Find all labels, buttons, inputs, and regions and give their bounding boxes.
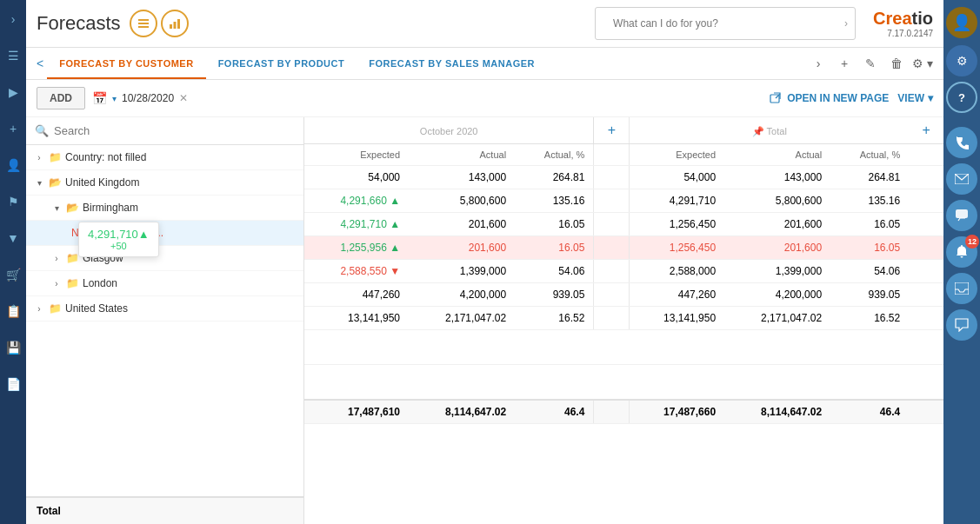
tab-settings-button[interactable]: ⚙ ▾ bbox=[912, 53, 933, 74]
list-item[interactable]: Nova Pharmaceut... bbox=[26, 221, 303, 246]
total-row: 17,487,610 8,114,647.02 46.4 17,487,660 … bbox=[304, 400, 943, 424]
list-item[interactable]: › 📁 United States bbox=[26, 296, 303, 322]
oct-actual-pct-cell: 264.81 bbox=[515, 166, 594, 189]
tooltip: 4,291,710▲ +50 bbox=[78, 222, 159, 257]
list-item[interactable]: › 📁 Glasgow bbox=[26, 246, 303, 271]
oct-actual-pct-cell: 16.05 bbox=[515, 236, 594, 260]
tab-prev-button[interactable]: < bbox=[37, 56, 43, 70]
logo: Creatio 7.17.0.2147 bbox=[873, 9, 933, 38]
date-clear-button[interactable]: ✕ bbox=[179, 92, 188, 104]
table-row[interactable]: 447,260 4,200,000 939.05 447,260 4,200,0… bbox=[304, 283, 943, 307]
global-search-input[interactable] bbox=[603, 12, 844, 35]
header: Forecasts › bbox=[26, 0, 943, 48]
nav-clipboard-icon[interactable]: 📋 bbox=[3, 301, 23, 322]
expand-icon[interactable]: › bbox=[33, 151, 45, 163]
message-button[interactable] bbox=[946, 309, 977, 341]
date-arrow-icon: ▾ bbox=[112, 94, 117, 103]
nav-filter-icon[interactable]: ▼ bbox=[3, 228, 23, 249]
total-actual-cell: 5,800,600 bbox=[724, 189, 830, 213]
tab-edit-button[interactable]: ✎ bbox=[860, 53, 881, 74]
total-expected-cell: 13,141,950 bbox=[630, 307, 724, 330]
tab-delete-button[interactable]: 🗑 bbox=[886, 53, 907, 74]
global-search[interactable]: › bbox=[595, 7, 856, 40]
gear-button[interactable]: ⚙ bbox=[946, 45, 977, 76]
october-header: October 2020 bbox=[304, 117, 594, 144]
inbox-button[interactable] bbox=[946, 273, 977, 304]
total-label: Total bbox=[26, 496, 303, 524]
list-item[interactable]: › 📁 Country: not filled bbox=[26, 145, 303, 170]
total-expected-cell: 2,588,000 bbox=[630, 260, 724, 283]
nav-collapse-icon[interactable]: › bbox=[3, 9, 23, 30]
list-view-button[interactable] bbox=[130, 10, 157, 37]
nav-add-icon[interactable]: + bbox=[3, 118, 23, 139]
expand-icon[interactable]: › bbox=[50, 277, 63, 289]
total-actual-pct-cell: 135.16 bbox=[830, 189, 909, 213]
oct-expected-cell: 447,260 bbox=[304, 283, 409, 307]
oct-expected-cell: 4,291,660 ▲ bbox=[304, 189, 409, 213]
email-button[interactable] bbox=[946, 163, 977, 195]
oct-expected-header: Expected bbox=[304, 144, 409, 166]
nav-flag-icon[interactable]: ⚑ bbox=[3, 191, 23, 212]
phone-button[interactable] bbox=[946, 127, 977, 158]
main-content: Forecasts › bbox=[26, 0, 943, 524]
user-avatar[interactable]: 👤 bbox=[946, 7, 977, 38]
add-button[interactable]: ADD bbox=[37, 87, 85, 109]
tab-forecast-by-customer[interactable]: FORECAST BY CUSTOMER bbox=[47, 48, 205, 79]
nav-document-icon[interactable]: 📄 bbox=[3, 374, 23, 395]
nav-user-icon[interactable]: 👤 bbox=[3, 155, 23, 176]
help-button[interactable]: ? bbox=[946, 82, 977, 113]
open-new-page-button[interactable]: OPEN IN NEW PAGE bbox=[770, 92, 889, 104]
total-expected-cell: 1,256,450 bbox=[630, 213, 724, 236]
oct-expected-cell: 2,588,550 ▼ bbox=[304, 260, 409, 283]
table-row[interactable]: 4,291,710 ▲ 201,600 16.05 1,256,450 201,… bbox=[304, 213, 943, 236]
oct-actual-cell: 201,600 bbox=[409, 213, 515, 236]
expand-icon[interactable]: › bbox=[50, 252, 63, 264]
expand-icon[interactable]: ▾ bbox=[33, 176, 45, 189]
header-view-icons bbox=[130, 10, 189, 37]
total-expected-header: Expected bbox=[630, 144, 724, 166]
total-actual-cell: 201,600 bbox=[724, 236, 830, 260]
content-area: 🔍 › 📁 Country: not filled ▾ 📂 United Kin… bbox=[26, 117, 943, 524]
nav-database-icon[interactable]: 💾 bbox=[3, 337, 23, 358]
table-row[interactable]: 4,291,660 ▲ 5,800,600 135.16 4,291,710 5… bbox=[304, 189, 943, 213]
chat-button[interactable] bbox=[946, 200, 977, 231]
row-label: United Kingdom bbox=[65, 176, 297, 189]
oct-actual-cell: 143,000 bbox=[409, 166, 515, 189]
tab-forecast-by-sales-manager[interactable]: FORECAST BY SALES MANAGER bbox=[357, 48, 547, 79]
table-row[interactable]: 54,000 143,000 264.81 54,000 143,000 264… bbox=[304, 166, 943, 189]
tab-next-button[interactable]: › bbox=[808, 53, 829, 74]
nav-menu-icon[interactable]: ☰ bbox=[3, 45, 23, 66]
tab-add-button[interactable]: + bbox=[834, 53, 855, 74]
date-filter[interactable]: 📅 ▾ 10/28/2020 ✕ bbox=[92, 91, 188, 105]
add-oct-column-button[interactable]: + bbox=[594, 117, 630, 144]
total-actual-pct-header: Actual, % bbox=[830, 144, 909, 166]
oct-expected-cell: 1,255,956 ▲ bbox=[304, 236, 409, 260]
chart-view-button[interactable] bbox=[161, 10, 189, 37]
list-item[interactable]: › 📁 London bbox=[26, 271, 303, 296]
tab-forecast-by-product[interactable]: FORECAST BY PRODUCT bbox=[206, 48, 357, 79]
table-row[interactable]: 2,588,550 ▼ 1,399,000 54.06 2,588,000 1,… bbox=[304, 260, 943, 283]
list-item[interactable]: ▾ 📂 Birmingham 4,291,710▲ +50 bbox=[26, 196, 303, 221]
expand-icon[interactable]: ▾ bbox=[50, 202, 63, 214]
table-row[interactable]: 13,141,950 2,171,047.02 16.52 13,141,950… bbox=[304, 307, 943, 330]
expand-icon[interactable]: › bbox=[33, 302, 45, 315]
bell-button[interactable]: 12 bbox=[946, 236, 977, 268]
total-actual-pct-cell: 16.05 bbox=[830, 213, 909, 236]
oct-expected-cell: 4,291,710 ▲ bbox=[304, 213, 409, 236]
list-item[interactable]: ▾ 📂 United Kingdom bbox=[26, 170, 303, 196]
phone-icon bbox=[955, 136, 969, 149]
total-actual-pct-cell: 264.81 bbox=[830, 166, 909, 189]
view-button[interactable]: VIEW ▾ bbox=[897, 92, 933, 104]
chat-icon bbox=[955, 209, 969, 222]
row-label: Birmingham bbox=[83, 202, 297, 214]
total-oct-expected: 17,487,610 bbox=[304, 400, 409, 424]
oct-actual-cell: 4,200,000 bbox=[409, 283, 515, 307]
search-input[interactable] bbox=[54, 124, 295, 137]
notification-badge: 12 bbox=[965, 235, 979, 249]
nav-cart-icon[interactable]: 🛒 bbox=[3, 264, 23, 285]
tabs-bar: < FORECAST BY CUSTOMER FORECAST BY PRODU… bbox=[26, 48, 943, 80]
add-total-column-button[interactable]: + bbox=[909, 117, 943, 144]
table-row[interactable]: 1,255,956 ▲ 201,600 16.05 1,256,450 201,… bbox=[304, 236, 943, 260]
page-title: Forecasts bbox=[37, 12, 121, 35]
nav-play-icon[interactable]: ▶ bbox=[3, 82, 23, 103]
